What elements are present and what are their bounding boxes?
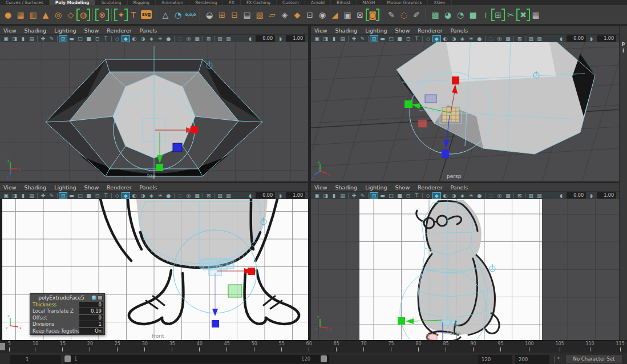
lights-icon[interactable]: ☀: [467, 192, 475, 199]
camera-bookmark-icon[interactable]: ▮: [19, 192, 27, 199]
gamma-field[interactable]: 1.00: [597, 192, 616, 199]
shelf-tab[interactable]: Arnold: [305, 0, 331, 5]
viewport-canvas-front-view[interactable]: front y x z polyExtrudeFace5 Thickness: [0, 199, 308, 340]
pencil-icon[interactable]: ✎: [358, 35, 367, 42]
playback-range[interactable]: [64, 355, 329, 363]
shelf-tab[interactable]: MASH: [357, 0, 381, 5]
gamma-field[interactable]: 1.00: [286, 192, 305, 199]
camera-icon[interactable]: ▣: [313, 35, 321, 42]
camera-attrs-icon[interactable]: ◨: [321, 192, 330, 199]
smooth-sculpt-icon[interactable]: ◕: [442, 8, 454, 22]
viewport-menu-item[interactable]: Panels: [140, 184, 157, 191]
exposure-icon[interactable]: ◖: [557, 35, 565, 42]
circularize-icon[interactable]: ◉: [316, 8, 329, 22]
exposure-icon[interactable]: ◖: [246, 35, 254, 42]
xray-icon[interactable]: ▨: [216, 35, 224, 42]
resolution-gate-icon[interactable]: □: [76, 35, 84, 42]
platonic-solid-icon[interactable]: ⊗: [96, 8, 108, 22]
viewport-menu-item[interactable]: View: [314, 27, 327, 34]
range-slider-track[interactable]: 1 120: [63, 355, 497, 364]
multi-cut-icon[interactable]: ◆: [291, 8, 304, 22]
camera-attrs-icon[interactable]: ◨: [321, 35, 330, 42]
separate-icon[interactable]: ⊞: [216, 8, 228, 22]
smooth-mesh-icon[interactable]: ◙: [366, 8, 379, 22]
slice-tool-icon[interactable]: ✖: [517, 8, 529, 22]
shelf-tab[interactable]: Sculpting: [95, 0, 127, 5]
viewport-menu-item[interactable]: Panels: [451, 184, 468, 191]
viewport-menu-item[interactable]: Show: [395, 27, 410, 34]
hud-row-value[interactable]: 0: [79, 302, 103, 308]
motion-blur-icon[interactable]: ◎: [184, 192, 193, 199]
poly-disc-icon[interactable]: ◍: [77, 8, 90, 22]
xray-icon[interactable]: ▨: [527, 35, 535, 42]
gamma-icon[interactable]: ◗: [587, 35, 596, 42]
pan-zoom-icon[interactable]: ✚: [39, 192, 47, 199]
viewport-menu-item[interactable]: Panels: [451, 27, 468, 34]
shadows-icon[interactable]: ●: [475, 192, 484, 199]
exposure-icon[interactable]: ◖: [557, 192, 565, 199]
camera-icon[interactable]: ▣: [2, 192, 10, 199]
hud-text-icon[interactable]: T: [412, 35, 421, 42]
viewport-menu-item[interactable]: Shading: [335, 27, 358, 34]
motion-blur-icon[interactable]: ◎: [495, 35, 504, 42]
film-gate-icon[interactable]: ▬: [67, 35, 76, 42]
pencil-curve-icon[interactable]: ✐: [410, 8, 423, 22]
viewport-menu-item[interactable]: View: [3, 184, 17, 191]
viewport-menu-item[interactable]: View: [314, 184, 327, 191]
fill-hole-icon[interactable]: ▤: [241, 8, 253, 22]
smooth-shade-icon[interactable]: ◆: [432, 192, 441, 199]
film-gate-icon[interactable]: ▬: [67, 192, 76, 199]
poly-plane-icon[interactable]: ◇: [64, 8, 77, 22]
hud-polyextrude-panel[interactable]: polyExtrudeFace5 Thickness 0 Local Trans…: [30, 293, 105, 335]
xray-joints-icon[interactable]: ▧: [224, 192, 233, 199]
shadows-icon[interactable]: ●: [475, 35, 484, 42]
occlusion-icon[interactable]: ◌: [176, 35, 184, 42]
occlusion-icon[interactable]: ◌: [487, 192, 495, 199]
grab-sculpt-icon[interactable]: ■: [467, 8, 479, 22]
type-tool-icon[interactable]: T: [127, 8, 140, 22]
viewport-menu-item[interactable]: Panels: [140, 27, 157, 34]
shelf-tab[interactable]: Rigging: [128, 0, 156, 5]
poly-cone-icon[interactable]: ▲: [39, 8, 52, 22]
occlusion-icon[interactable]: ◌: [487, 35, 495, 42]
lights-icon[interactable]: ☀: [156, 35, 164, 42]
pencil-icon[interactable]: ✎: [358, 192, 367, 199]
gamma-icon[interactable]: ◗: [587, 192, 596, 199]
isolate-select-icon[interactable]: ⊠: [515, 192, 524, 199]
camera-icon[interactable]: ▣: [2, 35, 10, 42]
timeline[interactable]: 5 10 15 20 25 30 35 40: [0, 340, 627, 353]
exposure-field[interactable]: 0.00: [256, 35, 275, 42]
hud-row-value[interactable]: 0: [79, 315, 103, 321]
gamma-field[interactable]: 1.00: [597, 35, 616, 42]
field-chart-icon[interactable]: ⊡: [93, 35, 102, 42]
xray-joints-icon[interactable]: ▧: [535, 192, 544, 199]
poly-cylinder-icon[interactable]: ▥: [27, 8, 39, 22]
resolution-gate-icon[interactable]: □: [387, 192, 395, 199]
viewport-menu-item[interactable]: Lighting: [54, 184, 76, 191]
poly-sphere-icon[interactable]: ●: [2, 8, 14, 22]
wireframe-on-shaded-icon[interactable]: ◈: [458, 192, 467, 199]
camera-bookmark-icon[interactable]: ▮: [330, 192, 338, 199]
snap-origin-icon[interactable]: 0,0,0: [184, 8, 197, 22]
material-override-icon[interactable]: ◑: [139, 192, 147, 199]
viewport-menu-item[interactable]: Renderer: [107, 184, 131, 191]
anti-alias-icon[interactable]: ▩: [504, 192, 512, 199]
field-chart-icon[interactable]: ⊡: [404, 192, 412, 199]
material-override-icon[interactable]: ◑: [450, 192, 458, 199]
super-shape-icon[interactable]: ✦: [115, 8, 127, 22]
hud-row-value[interactable]: 0.19: [79, 308, 103, 314]
quad-draw-icon[interactable]: ◈: [278, 8, 291, 22]
gate-mask-icon[interactable]: ■: [395, 192, 404, 199]
pan-zoom-icon[interactable]: ✚: [350, 35, 358, 42]
sculpt-window-icon[interactable]: ⊞: [492, 8, 504, 22]
xray-joints-icon[interactable]: ▧: [535, 35, 544, 42]
pencil-icon[interactable]: ✎: [47, 35, 56, 42]
viewport-canvas-persp-view[interactable]: persp y x z: [311, 42, 619, 181]
viewport-menu-item[interactable]: Lighting: [365, 27, 387, 34]
resolution-gate-icon[interactable]: □: [387, 35, 395, 42]
viewport-canvas-top-view[interactable]: top y x z: [0, 42, 308, 181]
motion-blur-icon[interactable]: ◎: [495, 192, 504, 199]
textured-icon[interactable]: ◐: [441, 35, 450, 42]
material-override-icon[interactable]: ◑: [139, 35, 147, 42]
field-chart-icon[interactable]: ⊡: [404, 35, 412, 42]
